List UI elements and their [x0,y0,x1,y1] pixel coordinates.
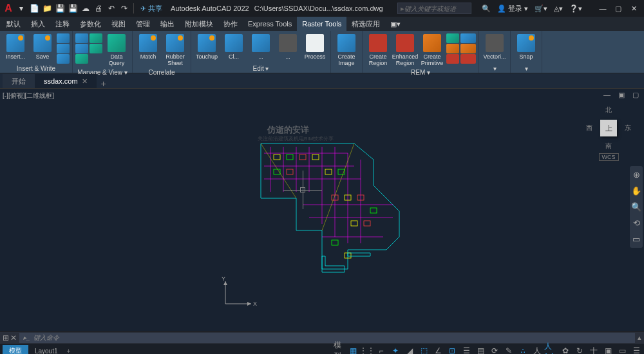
minimize-button[interactable]: — [595,2,611,15]
login-button[interactable]: 👤 登录 ▾ [497,4,528,14]
sb-transparency-icon[interactable]: ▤ [475,346,486,354]
menu-tab-10[interactable]: Raster Tools [297,17,346,31]
ribbon-small-btn[interactable] [75,54,88,64]
menu-tab-7[interactable]: 附加模块 [180,17,218,31]
ribbon-small-btn[interactable] [446,44,459,53]
menu-tab-3[interactable]: 参数化 [75,17,106,31]
ribbon-button[interactable]: Insert... [3,32,28,62]
ribbon-small-btn[interactable] [57,33,70,43]
sb-cycle-icon[interactable]: ⟳ [489,346,500,354]
cmd-options-icon[interactable]: ⊞ [3,333,9,342]
model-tab[interactable]: 模型 [3,345,28,354]
ribbon-group-label[interactable]: REM ▾ [365,68,476,77]
search-field[interactable] [404,5,468,12]
ribbon-small-btn[interactable] [446,54,459,64]
ribbon-small-btn[interactable] [90,44,102,53]
ribbon-small-btn[interactable] [446,33,459,43]
sb-custom-icon[interactable]: ☰ [631,346,641,354]
showmotion-icon[interactable]: ▭ [632,234,640,244]
ribbon-button[interactable]: Touchup [194,32,220,62]
document-tab[interactable]: ssdax.com✕ [35,74,97,88]
ribbon-button[interactable]: Create Primitive [419,32,445,68]
qat-plot-icon[interactable]: 🖨 [93,3,104,14]
wcs-label[interactable]: WCS [599,153,619,161]
help-icon[interactable]: ❔▾ [569,5,582,13]
compass-north[interactable]: 北 [605,106,612,115]
sb-gear-icon[interactable]: ✿ [560,346,571,354]
ribbon-group-label[interactable]: ▾ [482,64,507,73]
sb-snap-icon[interactable]: ⋮⋮ [362,346,372,354]
compass-west[interactable]: 西 [586,124,592,133]
ribbon-button[interactable]: ... [275,32,301,62]
command-input[interactable]: ▸_ 键入命令 [19,333,635,343]
menu-tab-4[interactable]: 视图 [106,17,131,31]
sb-units-icon[interactable]: 十 [589,346,599,354]
app-logo-icon[interactable]: A [3,3,14,14]
sb-annot-icon[interactable]: ✎ [504,346,514,354]
menu-tab-1[interactable]: 插入 [26,17,50,31]
ribbon-group-label[interactable] [334,71,359,73]
tab-close-icon[interactable]: ✕ [82,77,88,86]
ribbon-group-label[interactable]: Correlate [135,68,188,77]
ribbon-button[interactable]: Cl... [221,32,247,62]
ribbon-group-label[interactable]: Edit ▾ [194,64,328,73]
document-tab[interactable]: 开始 [3,74,35,88]
sb-otrack-icon[interactable]: ⊡ [447,346,457,354]
search-input[interactable]: ▸ [397,3,471,14]
ribbon-button[interactable]: Create Region [365,32,391,68]
sb-lweight-icon[interactable]: ☰ [461,346,471,354]
qat-new-icon[interactable]: 📄 [28,3,40,14]
sb-scale-icon[interactable]: ⛬ [518,346,528,354]
compass-east[interactable]: 东 [625,124,631,133]
ribbon-small-btn[interactable] [57,44,70,53]
sb-osnap-icon[interactable]: ⬚ [419,346,429,354]
qat-save-icon[interactable]: 💾 [54,3,66,14]
ribbon-button[interactable]: Rubber Sheet [162,32,188,68]
sb-polar-icon[interactable]: ✦ [390,346,401,354]
ribbon-group-label[interactable]: ▾ [513,64,539,73]
qat-menu-icon[interactable]: ▾ [15,3,27,14]
share-button[interactable]: ✈ 共享 [137,4,166,14]
qat-web-icon[interactable]: ☁ [80,3,91,14]
ribbon-group-label[interactable]: Insert & Write [3,64,70,73]
ribbon-button[interactable]: Vectori... [482,32,507,62]
ribbon-small-btn[interactable] [460,44,476,53]
sb-grid-icon[interactable]: ▦ [348,346,358,354]
close-button[interactable]: ✕ [626,2,641,15]
qat-saveas-icon[interactable]: 💾 [67,3,79,14]
viewport-label[interactable]: [-][俯视][二维线框] [3,91,54,100]
qat-redo-icon[interactable]: ↷ [118,3,130,14]
menu-tab-9[interactable]: Express Tools [243,17,297,31]
orbit-icon[interactable]: ⟲ [633,218,640,228]
ribbon-small-btn[interactable] [75,33,88,43]
tab-add-button[interactable]: + [99,79,108,88]
ribbon-button[interactable]: ... [248,32,274,62]
viewcube[interactable]: 北 南 东 西 上 WCS [583,106,634,161]
compass-south[interactable]: 南 [605,142,612,151]
vp-minimize-icon[interactable]: — [603,91,611,99]
ribbon-small-btn[interactable] [460,54,476,64]
menu-tab-0[interactable]: 默认 [1,17,26,31]
layout-tab[interactable]: Layout1 [28,346,64,355]
ribbon-button[interactable]: Save [30,32,55,62]
autodesk-icon[interactable]: ◬▾ [554,5,563,13]
sb-scale2-icon[interactable]: 人 1:1▾ [546,346,556,354]
maximize-button[interactable]: ▢ [611,2,626,15]
ribbon-button[interactable]: Enhanced Region [392,32,418,68]
sb-clean-icon[interactable]: ▭ [617,346,627,354]
ribbon-small-btn[interactable] [57,54,70,64]
sb-3dosnap-icon[interactable]: ∠ [433,346,443,354]
menu-tab-8[interactable]: 协作 [218,17,243,31]
cart-icon[interactable]: 🛒▾ [535,5,547,13]
ribbon-button[interactable]: Match [135,32,161,62]
menu-tab-2[interactable]: 注释 [50,17,75,31]
steering-wheel-icon[interactable]: ⊕ [633,170,640,180]
menu-tab-6[interactable]: 输出 [155,17,180,31]
sb-ortho-icon[interactable]: ⌐ [376,346,386,354]
vp-max-icon[interactable]: ▢ [632,91,639,99]
sb-qp-icon[interactable]: ▣ [603,346,613,354]
qat-undo-icon[interactable]: ↶ [106,3,117,14]
sb-model-icon[interactable]: 模型 [334,346,344,354]
search-icon[interactable]: 🔍 [482,5,491,13]
drawing-viewport[interactable]: [-][俯视][二维线框] — ▣ ▢ 北 南 东 西 上 WCS ⊕ ✋ 🔍 … [0,89,644,331]
